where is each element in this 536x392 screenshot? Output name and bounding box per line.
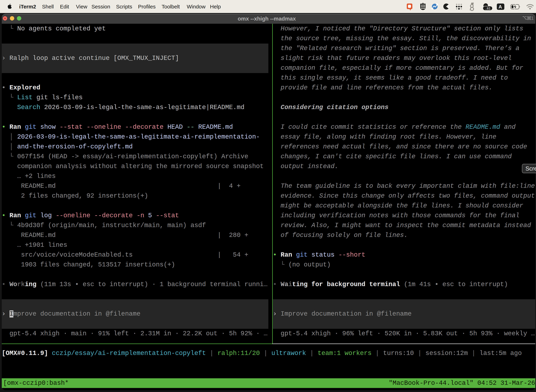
svg-text:..61: ..61 — [485, 6, 491, 10]
svg-text:1: 1 — [531, 16, 534, 20]
svg-text:A: A — [498, 4, 502, 9]
